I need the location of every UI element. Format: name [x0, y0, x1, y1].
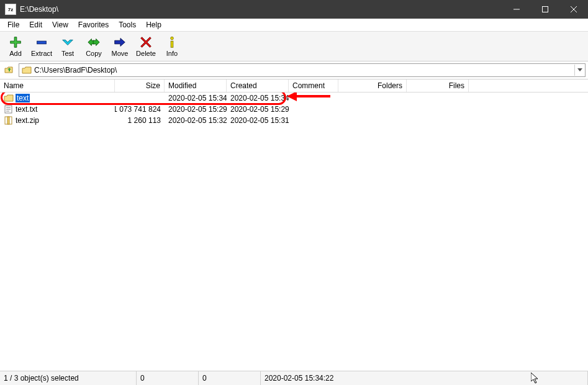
- add-label: Add: [9, 50, 22, 57]
- menu-favorites[interactable]: Favorites: [73, 19, 114, 30]
- menu-edit[interactable]: Edit: [24, 19, 47, 30]
- path-text: C:\Users\BradF\Desktop\: [34, 66, 574, 75]
- svg-rect-4: [37, 41, 47, 44]
- status-datetime: 2020-02-05 15:34:22: [261, 371, 588, 385]
- pathbar: C:\Users\BradF\Desktop\: [0, 61, 588, 79]
- add-button[interactable]: Add: [2, 33, 29, 60]
- arrows-icon: [86, 35, 101, 49]
- file-modified: 2020-02-05 15:34: [165, 93, 227, 104]
- zip-file-icon: [4, 116, 14, 125]
- folder-icon: [4, 94, 14, 102]
- col-comment[interactable]: Comment: [289, 79, 338, 92]
- extract-label: Extract: [31, 50, 52, 57]
- col-created[interactable]: Created: [227, 79, 289, 92]
- col-modified[interactable]: Modified: [165, 79, 227, 92]
- app-window: 7z E:\Desktop\ File Edit View Favorites …: [0, 0, 588, 385]
- file-row-zip[interactable]: text.zip 1 260 113 2020-02-05 15:32 2020…: [0, 115, 588, 126]
- file-name: text.zip: [16, 116, 39, 125]
- chevron-down-icon: [577, 68, 582, 72]
- file-name: text.txt: [16, 105, 37, 114]
- file-list: text 2020-02-05 15:34 2020-02-05 15:34 t…: [0, 93, 588, 126]
- check-icon: [60, 35, 75, 49]
- close-button[interactable]: [559, 0, 588, 19]
- cross-icon: [138, 35, 153, 49]
- copy-button[interactable]: Copy: [81, 33, 107, 60]
- menu-file[interactable]: File: [2, 19, 24, 30]
- folder-icon: [22, 66, 32, 75]
- path-combo[interactable]: C:\Users\BradF\Desktop\: [19, 63, 586, 77]
- statusbar: 1 / 3 object(s) selected 0 0 2020-02-05 …: [0, 371, 588, 385]
- svg-rect-6: [171, 41, 173, 47]
- minimize-button[interactable]: [502, 0, 531, 19]
- file-name: text: [16, 94, 30, 102]
- toolbar: Add Extract Test Copy Move: [0, 32, 588, 61]
- file-row-txt[interactable]: text.txt 1 073 741 824 2020-02-05 15:29 …: [0, 104, 588, 115]
- delete-button[interactable]: Delete: [133, 33, 159, 60]
- menu-help[interactable]: Help: [141, 19, 166, 30]
- file-name-cell: text: [0, 93, 115, 104]
- path-dropdown[interactable]: [574, 65, 585, 76]
- file-created: 2020-02-05 15:31: [227, 115, 289, 126]
- info-label: Info: [166, 50, 178, 57]
- arrow-right-icon: [112, 35, 127, 49]
- file-size: 1 073 741 824: [115, 104, 165, 115]
- file-created: 2020-02-05 15:34: [227, 93, 289, 104]
- svg-rect-1: [543, 7, 548, 12]
- window-title: E:\Desktop\: [20, 5, 58, 14]
- close-icon: [571, 6, 577, 12]
- move-button[interactable]: Move: [107, 33, 133, 60]
- file-name-cell: text.zip: [0, 115, 115, 126]
- up-button[interactable]: [2, 63, 16, 77]
- app-icon: 7z: [5, 4, 16, 15]
- copy-label: Copy: [86, 50, 102, 57]
- status-size1: 0: [137, 371, 199, 385]
- extract-button[interactable]: Extract: [29, 33, 55, 60]
- maximize-icon: [542, 6, 548, 12]
- file-modified: 2020-02-05 15:29: [165, 104, 227, 115]
- file-created: 2020-02-05 15:29: [227, 104, 289, 115]
- info-icon: [165, 35, 179, 49]
- file-modified: 2020-02-05 15:32: [165, 115, 227, 126]
- maximize-button[interactable]: [531, 0, 559, 19]
- text-file-icon: [4, 105, 14, 114]
- minimize-icon: [513, 6, 520, 12]
- col-name[interactable]: Name: [0, 79, 115, 92]
- svg-point-5: [171, 37, 174, 40]
- col-folders[interactable]: Folders: [338, 79, 407, 92]
- col-size[interactable]: Size: [115, 79, 165, 92]
- menubar: File Edit View Favorites Tools Help: [0, 19, 588, 32]
- status-selection: 1 / 3 object(s) selected: [0, 371, 137, 385]
- file-list-area[interactable]: text 2020-02-05 15:34 2020-02-05 15:34 t…: [0, 93, 588, 371]
- file-row-folder[interactable]: text 2020-02-05 15:34 2020-02-05 15:34: [0, 93, 588, 104]
- col-files[interactable]: Files: [407, 79, 469, 92]
- status-size2: 0: [199, 371, 261, 385]
- delete-label: Delete: [136, 50, 156, 57]
- file-size: [115, 93, 165, 104]
- test-label: Test: [61, 50, 74, 57]
- folder-up-icon: [4, 65, 14, 75]
- column-headers: Name Size Modified Created Comment Folde…: [0, 79, 588, 93]
- titlebar[interactable]: 7z E:\Desktop\: [0, 0, 588, 19]
- info-button[interactable]: Info: [159, 33, 185, 60]
- file-name-cell: text.txt: [0, 104, 115, 115]
- file-size: 1 260 113: [115, 115, 165, 126]
- test-button[interactable]: Test: [55, 33, 81, 60]
- minus-icon: [34, 35, 49, 49]
- plus-icon: [8, 35, 23, 49]
- menu-view[interactable]: View: [47, 19, 73, 30]
- svg-rect-12: [7, 117, 9, 124]
- menu-tools[interactable]: Tools: [114, 19, 141, 30]
- window-controls: [502, 0, 588, 19]
- move-label: Move: [112, 50, 129, 57]
